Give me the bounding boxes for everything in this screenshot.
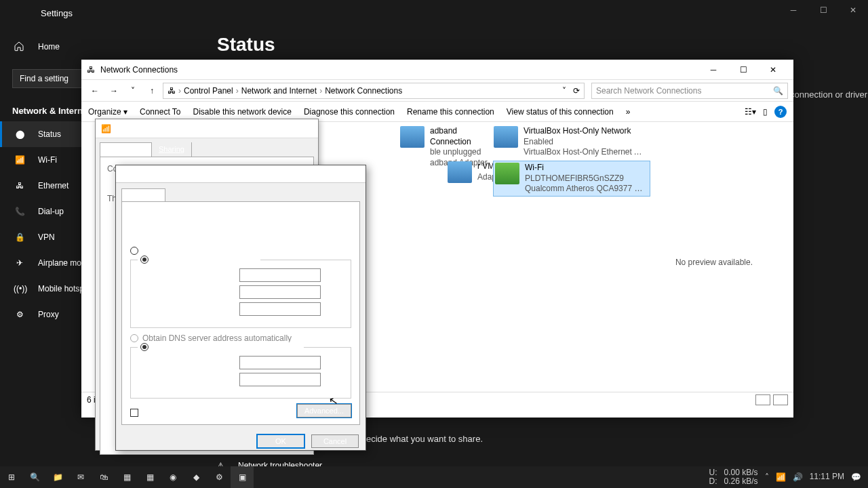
explorer-titlebar[interactable]: 🖧 Network Connections ─ ☐ ✕ bbox=[81, 60, 793, 80]
app-icon[interactable]: ◆ bbox=[184, 466, 208, 488]
adapter-item[interactable]: VirtualBox Host-Only NetworkEnabledVirtu… bbox=[494, 126, 650, 158]
breadcrumb[interactable]: 🖧 › Control Panel › Network and Internet… bbox=[163, 83, 585, 99]
cmd-connect[interactable]: Connect To bbox=[140, 107, 181, 117]
taskbar: ⊞ 🔍 📁 ✉ 🛍 ▦ ▦ ◉ ◆ ⚙ ▣ U:D: 0.00 kB/s0.26… bbox=[0, 466, 868, 488]
breadcrumb-dropdown[interactable]: ˅ bbox=[562, 86, 566, 96]
radio-dns-auto: Obtain DNS server address automatically bbox=[130, 333, 351, 343]
dropdown-history[interactable]: ˅ bbox=[125, 83, 141, 99]
app-icon[interactable]: ▦ bbox=[115, 466, 138, 488]
help-icon[interactable]: ? bbox=[774, 106, 787, 118]
notifications-icon[interactable]: 💬 bbox=[851, 472, 861, 482]
view-options-icon[interactable]: ☷▾ bbox=[745, 107, 756, 117]
advanced-button[interactable]: Advanced... bbox=[297, 404, 351, 418]
underlay-text: connection or driver bbox=[790, 88, 867, 102]
tray-volume-icon[interactable]: 🔊 bbox=[793, 472, 803, 482]
wifi-props-titlebar[interactable]: 📶 Wi-Fi Properties ✕ bbox=[96, 119, 318, 138]
store-icon[interactable]: 🛍 bbox=[92, 466, 115, 488]
tray-up-icon[interactable]: ˄ bbox=[765, 472, 769, 482]
search-icon[interactable]: 🔍 bbox=[23, 466, 46, 488]
ok-button[interactable]: OK bbox=[257, 434, 304, 448]
explorer-icon: 🖧 bbox=[87, 65, 95, 75]
ip-group: Use the following IP address: IP address… bbox=[130, 260, 351, 328]
adapter-item[interactable]: r VMnet8Adapter ... bbox=[448, 161, 488, 183]
minimize-button[interactable]: ─ bbox=[778, 0, 808, 20]
gateway-input[interactable]: 192.168.99.1 bbox=[239, 302, 321, 316]
search-input[interactable]: Search Network Connections 🔍 bbox=[591, 83, 788, 99]
maximize-button[interactable]: ☐ bbox=[808, 0, 838, 20]
nav-icon: 🔒 bbox=[14, 232, 26, 242]
close-button[interactable]: ✕ bbox=[838, 0, 868, 20]
home-label: Home bbox=[38, 42, 60, 52]
cmd-disable[interactable]: Disable this network device bbox=[193, 107, 292, 117]
refresh-button[interactable]: ⟳ bbox=[573, 86, 580, 96]
settings-icon[interactable]: ⚙ bbox=[208, 466, 231, 488]
subnet-mask-label: Subnet mask: bbox=[138, 287, 239, 297]
radio-ip-manual[interactable]: Use the following IP address: bbox=[138, 255, 260, 264]
tab-networking[interactable]: Networking bbox=[100, 142, 152, 157]
exp-minimize[interactable]: ─ bbox=[698, 60, 728, 80]
back-button[interactable]: ← bbox=[87, 83, 103, 99]
cmd-organize[interactable]: Organize ▾ bbox=[88, 107, 127, 117]
radio-ip-auto[interactable]: Obtain an IP address automatically bbox=[130, 246, 351, 256]
preview-pane-icon[interactable]: ▯ bbox=[763, 107, 768, 117]
tab-sharing[interactable]: Sharing bbox=[152, 142, 192, 157]
wifi-props-close[interactable]: ✕ bbox=[296, 124, 313, 134]
radio-icon bbox=[130, 247, 138, 255]
home-icon bbox=[14, 41, 26, 53]
exp-close[interactable]: ✕ bbox=[758, 60, 788, 80]
window-controls: ─ ☐ ✕ bbox=[778, 0, 868, 20]
view-large-icon[interactable] bbox=[773, 394, 788, 405]
alternate-dns-input[interactable]: 8.8.4.4 bbox=[239, 373, 321, 386]
app-icon[interactable]: ▦ bbox=[138, 466, 161, 488]
explorer-navbar: ← → ˅ ↑ 🖧 › Control Panel › Network and … bbox=[81, 80, 793, 102]
nav-icon: 🖧 bbox=[14, 181, 26, 190]
dns-group: Use the following DNS server addresses: … bbox=[130, 347, 351, 399]
underlay-share: ecide what you want to share. bbox=[366, 434, 483, 444]
radio-icon bbox=[140, 256, 149, 264]
gateway-label: Default gateway: bbox=[138, 304, 239, 314]
up-button[interactable]: ↑ bbox=[144, 83, 160, 99]
net-upload: U:D: bbox=[709, 468, 717, 486]
checkbox-icon bbox=[130, 409, 138, 417]
net-download: 0.00 kB/s0.26 kB/s bbox=[724, 468, 758, 486]
ip-address-input[interactable]: 192.168.99.15 bbox=[239, 268, 321, 282]
alternate-dns-label: Alternate DNS server: bbox=[138, 375, 239, 384]
preferred-dns-label: Preferred DNS server: bbox=[138, 358, 239, 367]
adapter-icon bbox=[400, 126, 425, 148]
cmd-viewstatus[interactable]: View status of this connection bbox=[507, 107, 614, 117]
preferred-dns-input[interactable]: 8.8.8.8 bbox=[239, 356, 321, 369]
explorer-title: Network Connections bbox=[100, 65, 178, 75]
view-details-icon[interactable] bbox=[755, 394, 770, 405]
nav-icon: ⚙ bbox=[14, 310, 26, 319]
mail-icon[interactable]: ✉ bbox=[69, 466, 92, 488]
tray-wifi-icon[interactable]: 📶 bbox=[776, 472, 786, 482]
tcpip-close-button[interactable]: ✕ bbox=[342, 169, 360, 180]
ip-address-label: IP address: bbox=[138, 270, 239, 280]
nav-icon: 📶 bbox=[14, 155, 26, 165]
home-button[interactable]: Home bbox=[0, 34, 203, 60]
clock[interactable]: 11:11 PM bbox=[810, 472, 844, 481]
start-button[interactable]: ⊞ bbox=[0, 466, 23, 488]
radio-icon bbox=[130, 334, 138, 342]
tab-general[interactable]: General bbox=[121, 188, 165, 201]
subnet-mask-input[interactable]: 255.255.255.0 bbox=[239, 285, 321, 299]
adapter-item[interactable]: Wi-FiPLDTHOMEFIBR5GnSZZ9Qualcomm Atheros… bbox=[494, 161, 650, 196]
cmd-overflow[interactable]: » bbox=[626, 107, 631, 117]
exp-maximize[interactable]: ☐ bbox=[728, 60, 758, 80]
forward-button[interactable]: → bbox=[106, 83, 122, 99]
radio-dns-manual[interactable]: Use the following DNS server addresses: bbox=[138, 342, 304, 352]
adapter-icon bbox=[495, 163, 519, 184]
wifi-icon: 📶 bbox=[101, 124, 111, 134]
adapter-icon bbox=[494, 126, 518, 148]
cmd-rename[interactable]: Rename this connection bbox=[407, 107, 494, 117]
cancel-button[interactable]: Cancel bbox=[311, 434, 359, 448]
active-app-icon[interactable]: ▣ bbox=[231, 466, 254, 488]
file-explorer-icon[interactable]: 📁 bbox=[46, 466, 69, 488]
tcpip-titlebar[interactable]: Internet Protocol Version 4 (TCP/IPv4) P… bbox=[116, 165, 366, 183]
no-preview-text: No preview available. bbox=[675, 258, 753, 267]
cmd-diagnose[interactable]: Diagnose this connection bbox=[304, 107, 395, 117]
nav-icon: ✈ bbox=[14, 258, 26, 268]
validate-checkbox[interactable]: Validate settings upon exit bbox=[130, 408, 237, 418]
chrome-icon[interactable]: ◉ bbox=[161, 466, 184, 488]
intro-text: You can get IP settings assigned automat… bbox=[130, 209, 351, 239]
